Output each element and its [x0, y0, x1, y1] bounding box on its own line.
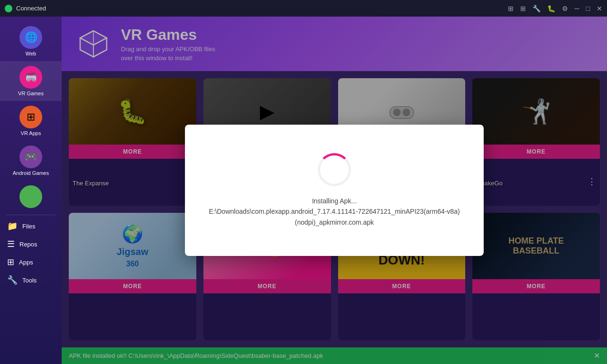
vrapps-icon-bg: ⊞	[19, 106, 42, 128]
sidebar-label-androidgames: Android Games	[13, 170, 49, 176]
sidebar-divider	[6, 215, 55, 215]
titlebar: Connected ⊞ ⊞ 🔧 🐛 ⚙ ─ □ ✕	[0, 0, 607, 17]
modal-overlay: Installing Apk... E:\Downloads\com.plexa…	[62, 17, 607, 364]
titlebar-left: Connected	[5, 5, 46, 12]
folder-icon: 📁	[7, 221, 18, 231]
sidebar: 🌐 Web 🥽 VR Games ⊞ VR Apps 🎮 Android Gam…	[0, 17, 62, 364]
sidebar-label-tools: Tools	[22, 277, 37, 284]
sidebar-item-vrgames[interactable]: 🥽 VR Games	[0, 61, 62, 101]
minimize-icon[interactable]: ─	[575, 5, 579, 12]
sidebar-label-repos: Repos	[19, 241, 37, 248]
sidebar-label-web: Web	[26, 51, 36, 56]
bug-icon[interactable]: 🐛	[547, 5, 555, 12]
maximize-icon[interactable]: □	[586, 5, 590, 12]
sidebar-item-repos[interactable]: ☰ Repos	[0, 235, 62, 253]
sidebar-item-androidgames[interactable]: 🎮 Android Games	[0, 141, 62, 181]
modal-text: Installing Apk... E:\Downloads\com.plexa…	[204, 196, 465, 228]
sidebar-item-tools[interactable]: 🔧 Tools	[0, 271, 62, 289]
multiwindow-icon[interactable]: ⊞	[508, 5, 514, 12]
tools-icon: 🔧	[7, 275, 18, 285]
modal-filepath: E:\Downloads\com.plexapp.android_7.17.4.…	[204, 206, 465, 228]
androidgames-icon-bg: 🎮	[19, 146, 42, 168]
sidebar-label-files: Files	[22, 223, 35, 230]
close-icon[interactable]: ✕	[597, 5, 602, 12]
install-modal: Installing Apk... E:\Downloads\com.plexa…	[185, 125, 484, 256]
sidebar-item-web[interactable]: 🌐 Web	[0, 21, 62, 61]
settings-icon[interactable]: ⚙	[562, 5, 568, 12]
modal-status: Installing Apk...	[204, 196, 465, 206]
sidebar-item-files[interactable]: 📁 Files	[0, 217, 62, 235]
wrench-icon[interactable]: 🔧	[533, 5, 541, 12]
sidebar-item-android[interactable]	[0, 181, 62, 213]
web-icon-bg: 🌐	[19, 26, 42, 49]
vrgames-icon-bg: 🥽	[19, 66, 42, 89]
sidebar-label-vrapps: VR Apps	[21, 130, 41, 136]
titlebar-controls: ⊞ ⊞ 🔧 🐛 ⚙ ─ □ ✕	[508, 5, 602, 12]
list-icon: ☰	[7, 239, 15, 249]
apps-icon: ⊞	[7, 257, 14, 267]
titlebar-title: Connected	[16, 5, 46, 12]
sidebar-label-vrgames: VR Games	[18, 91, 44, 96]
sidebar-label-apps: Apps	[19, 259, 33, 266]
android-icon-bg	[19, 185, 42, 208]
loading-spinner	[318, 153, 351, 186]
grid-icon[interactable]: ⊞	[520, 5, 526, 12]
connection-indicator	[5, 5, 12, 12]
sidebar-item-apps[interactable]: ⊞ Apps	[0, 253, 62, 271]
sidebar-item-vrapps[interactable]: ⊞ VR Apps	[0, 101, 62, 141]
